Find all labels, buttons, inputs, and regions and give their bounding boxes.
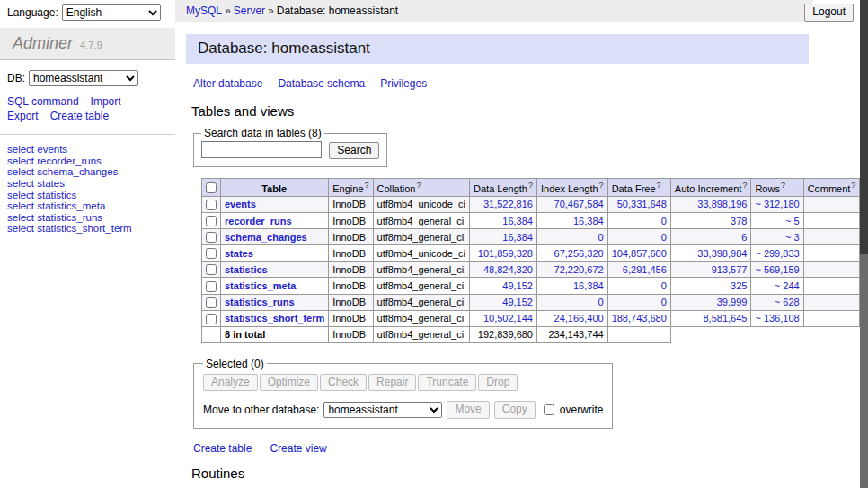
scrollbar-thumb[interactable] — [860, 0, 868, 254]
index-length-link[interactable]: 0 — [598, 297, 604, 307]
column-help-icon[interactable]: ? — [599, 181, 604, 190]
column-header[interactable]: Engine? — [329, 179, 373, 197]
sidebar-action-link[interactable]: Create table — [50, 110, 109, 122]
data-free-link[interactable]: 0 — [661, 280, 667, 291]
row-checkbox[interactable] — [206, 297, 217, 308]
data-length-link[interactable]: 16,384 — [502, 232, 533, 243]
move-db-select[interactable]: homeassistant — [323, 402, 442, 418]
sidebar-select-table-link[interactable]: select statistics_short_term — [7, 223, 168, 235]
auto-increment-link[interactable]: 8,581,645 — [703, 313, 747, 324]
sidebar-select-table-link[interactable]: select statistics_runs — [7, 212, 168, 224]
auto-increment-link[interactable]: 39,999 — [717, 297, 748, 307]
data-free-link[interactable]: 104,857,600 — [612, 248, 667, 259]
index-length-link[interactable]: 24,166,400 — [554, 313, 604, 324]
column-help-icon[interactable]: ? — [528, 181, 533, 190]
column-header[interactable]: Rows? — [751, 179, 803, 197]
data-free-link[interactable]: 0 — [661, 216, 667, 226]
selected-action-button[interactable]: Drop — [478, 374, 518, 392]
data-length-link[interactable]: 49,152 — [502, 297, 533, 307]
copy-button[interactable]: Copy — [494, 401, 536, 419]
db-action-link[interactable]: Alter database — [193, 77, 262, 90]
search-button[interactable]: Search — [329, 142, 379, 160]
column-help-icon[interactable]: ? — [657, 181, 661, 190]
row-checkbox[interactable] — [206, 216, 217, 226]
index-length-link[interactable]: 0 — [598, 232, 604, 243]
selected-action-button[interactable]: Optimize — [260, 374, 318, 392]
column-help-icon[interactable]: ? — [416, 181, 421, 190]
sidebar-select-table-link[interactable]: select events — [7, 144, 168, 155]
row-checkbox[interactable] — [206, 232, 217, 243]
db-action-link[interactable]: Database schema — [278, 77, 365, 90]
column-header[interactable]: Auto Increment? — [670, 179, 751, 197]
column-header[interactable]: Data Length? — [470, 179, 537, 197]
language-select[interactable]: English — [62, 4, 161, 21]
data-free-link[interactable]: 6,291,456 — [623, 264, 667, 275]
row-checkbox[interactable] — [206, 264, 217, 275]
sidebar-select-table-link[interactable]: select schema_changes — [7, 166, 168, 178]
breadcrumb-mysql-link[interactable]: MySQL — [186, 4, 222, 17]
column-help-icon[interactable]: ? — [365, 181, 369, 190]
rows-link[interactable]: ~ 5 — [785, 216, 800, 226]
rows-link[interactable]: ~ 628 — [775, 297, 800, 307]
logout-button[interactable]: Logout — [804, 4, 854, 22]
move-button[interactable]: Move — [447, 401, 489, 419]
rows-link[interactable]: ~ 3 — [785, 232, 800, 243]
overwrite-label[interactable]: overwrite — [560, 404, 604, 416]
auto-increment-link[interactable]: 6 — [741, 232, 747, 243]
index-length-link[interactable]: 70,467,584 — [554, 199, 604, 209]
auto-increment-link[interactable]: 33,898,196 — [697, 199, 747, 209]
sidebar-action-link[interactable]: Export — [7, 110, 39, 122]
data-free-link[interactable]: 50,331,648 — [617, 199, 667, 209]
table-name-link[interactable]: schema_changes — [225, 232, 307, 243]
index-length-link[interactable]: 67,256,320 — [554, 248, 604, 259]
rows-link[interactable]: ~ 244 — [775, 280, 800, 291]
db-select[interactable]: homeassistant — [29, 70, 138, 86]
column-header[interactable]: Table — [221, 179, 329, 197]
row-checkbox[interactable] — [206, 248, 217, 259]
app-name[interactable]: Adminer — [13, 34, 73, 52]
data-length-link[interactable]: 48,824,320 — [483, 264, 533, 275]
table-name-link[interactable]: statistics_meta — [225, 280, 297, 291]
rows-link[interactable]: ~ 136,108 — [755, 313, 799, 324]
rows-link[interactable]: ~ 569,159 — [755, 264, 799, 275]
table-name-link[interactable]: statistics_runs — [225, 297, 295, 307]
rows-link[interactable]: ~ 312,180 — [755, 199, 799, 209]
index-length-link[interactable]: 16,384 — [573, 216, 604, 226]
data-length-link[interactable]: 31,522,816 — [483, 199, 533, 209]
column-header[interactable]: Collation? — [373, 179, 469, 197]
sidebar-select-table-link[interactable]: select recorder_runs — [7, 155, 168, 167]
data-free-link[interactable]: 0 — [661, 297, 667, 307]
data-free-link[interactable]: 0 — [661, 232, 667, 243]
scrollbar[interactable] — [860, 0, 868, 488]
selected-action-button[interactable]: Check — [320, 374, 367, 392]
select-all-checkbox[interactable] — [206, 182, 217, 193]
column-help-icon[interactable]: ? — [742, 181, 747, 190]
selected-action-button[interactable]: Analyze — [203, 374, 258, 392]
breadcrumb-server-link[interactable]: Server — [234, 4, 265, 17]
table-name-link[interactable]: states — [225, 248, 253, 259]
sidebar-select-table-link[interactable]: select statistics_meta — [7, 200, 168, 212]
overwrite-checkbox[interactable] — [544, 404, 554, 415]
data-length-link[interactable]: 16,384 — [502, 216, 533, 226]
create-link[interactable]: Create view — [270, 442, 326, 455]
search-input[interactable] — [201, 141, 322, 158]
row-checkbox[interactable] — [206, 281, 217, 292]
data-length-link[interactable]: 10,502,144 — [483, 313, 533, 324]
column-help-icon[interactable]: ? — [781, 181, 785, 190]
sidebar-select-table-link[interactable]: select statistics — [7, 190, 168, 201]
column-header[interactable]: Comment? — [803, 179, 860, 197]
data-length-link[interactable]: 49,152 — [502, 280, 533, 291]
create-link[interactable]: Create table — [193, 442, 252, 455]
auto-increment-link[interactable]: 33,398,984 — [697, 248, 747, 259]
table-name-link[interactable]: events — [225, 199, 256, 209]
sidebar-action-link[interactable]: Import — [91, 95, 121, 108]
auto-increment-link[interactable]: 325 — [731, 280, 747, 291]
rows-link[interactable]: ~ 299,833 — [755, 248, 799, 259]
table-name-link[interactable]: recorder_runs — [225, 216, 292, 226]
data-length-link[interactable]: 101,859,328 — [478, 248, 533, 259]
row-checkbox[interactable] — [206, 200, 217, 210]
sidebar-select-table-link[interactable]: select states — [7, 178, 168, 190]
auto-increment-link[interactable]: 913,577 — [712, 264, 748, 275]
index-length-link[interactable]: 16,384 — [573, 280, 604, 291]
table-name-link[interactable]: statistics_short_term — [225, 313, 324, 324]
